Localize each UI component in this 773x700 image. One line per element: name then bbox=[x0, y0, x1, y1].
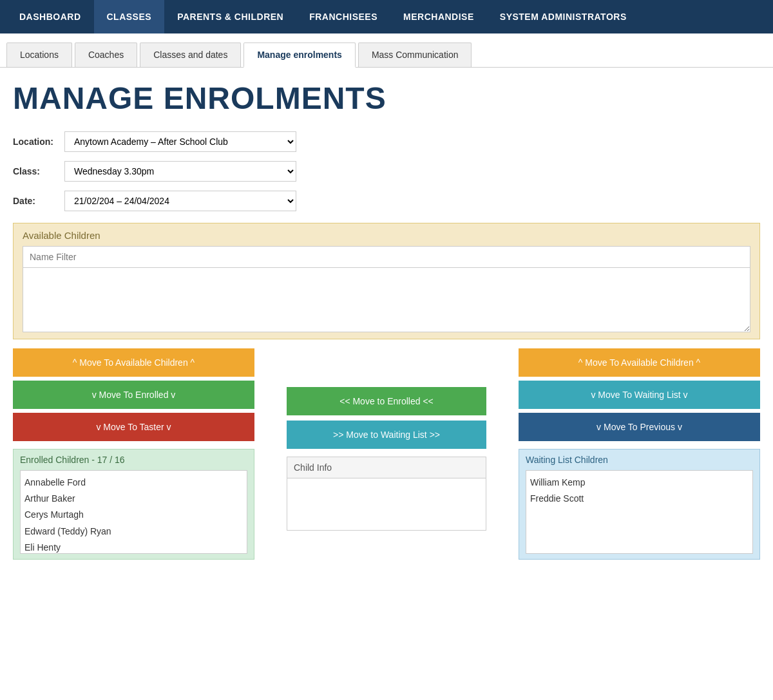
enrolled-list[interactable]: Annabelle Ford Arthur Baker Cerys Murtag… bbox=[20, 470, 247, 554]
tab-manage-enrolments[interactable]: Manage enrolments bbox=[243, 43, 355, 68]
enrolled-panel: Enrolled Children - 17 / 16 Annabelle Fo… bbox=[13, 449, 254, 560]
location-label: Location: bbox=[13, 137, 64, 147]
available-children-title: Available Children bbox=[23, 230, 750, 241]
waiting-panel: Waiting List Children William Kemp Fredd… bbox=[519, 449, 760, 560]
name-filter-input[interactable] bbox=[23, 246, 750, 268]
child-info-content bbox=[287, 478, 486, 530]
date-row: Date: 21/02/204 – 24/04/2024 bbox=[13, 191, 760, 211]
tab-classes-dates[interactable]: Classes and dates bbox=[140, 43, 241, 67]
available-children-panel: Available Children bbox=[13, 223, 760, 339]
date-select[interactable]: 21/02/204 – 24/04/2024 bbox=[64, 191, 296, 211]
tab-mass-communication[interactable]: Mass Communication bbox=[358, 43, 472, 67]
location-row: Location: Anytown Academy – After School… bbox=[13, 131, 760, 152]
enrolled-title: Enrolled Children - 17 / 16 bbox=[20, 455, 247, 465]
tab-coaches[interactable]: Coaches bbox=[75, 43, 137, 67]
list-item: William Kemp bbox=[530, 475, 749, 491]
nav-classes[interactable]: CLASSES bbox=[94, 0, 165, 33]
left-move-enrolled-button[interactable]: v Move To Enrolled v bbox=[13, 381, 254, 409]
nav-dashboard[interactable]: DASHBOARD bbox=[6, 0, 94, 33]
nav-system-administrators[interactable]: SYSTEM ADMINISTRATORS bbox=[487, 0, 640, 33]
list-item: Arthur Baker bbox=[24, 491, 243, 507]
child-info-label: Child Info bbox=[287, 457, 486, 478]
left-move-taster-button[interactable]: v Move To Taster v bbox=[13, 413, 254, 441]
right-move-waiting-button[interactable]: v Move To Waiting List v bbox=[519, 381, 760, 409]
class-label: Class: bbox=[13, 166, 64, 176]
right-move-previous-button[interactable]: v Move To Previous v bbox=[519, 413, 760, 441]
class-select[interactable]: Wednesday 3.30pm bbox=[64, 161, 296, 182]
waiting-title: Waiting List Children bbox=[526, 455, 753, 465]
page-title: MANAGE ENROLMENTS bbox=[13, 80, 760, 116]
right-column: ^ Move To Available Children ^ v Move To… bbox=[519, 348, 760, 560]
move-to-waiting-button[interactable]: >> Move to Waiting List >> bbox=[287, 421, 486, 449]
nav-merchandise[interactable]: MERCHANDISE bbox=[390, 0, 487, 33]
left-buttons: ^ Move To Available Children ^ v Move To… bbox=[13, 348, 254, 441]
left-move-available-button[interactable]: ^ Move To Available Children ^ bbox=[13, 348, 254, 377]
class-row: Class: Wednesday 3.30pm bbox=[13, 161, 760, 182]
right-move-available-button[interactable]: ^ Move To Available Children ^ bbox=[519, 348, 760, 377]
left-column: ^ Move To Available Children ^ v Move To… bbox=[13, 348, 254, 560]
sub-nav: Locations Coaches Classes and dates Mana… bbox=[0, 33, 773, 68]
list-item: Freddie Scott bbox=[530, 491, 749, 507]
child-info-box: Child Info bbox=[287, 457, 486, 531]
list-item: Annabelle Ford bbox=[24, 475, 243, 491]
list-item: Eli Henty bbox=[24, 540, 243, 554]
location-select[interactable]: Anytown Academy – After School Club bbox=[64, 131, 296, 152]
move-to-enrolled-button[interactable]: << Move to Enrolled << bbox=[287, 387, 486, 415]
tab-locations[interactable]: Locations bbox=[6, 43, 72, 67]
top-nav: DASHBOARD CLASSES PARENTS & CHILDREN FRA… bbox=[0, 0, 773, 33]
date-label: Date: bbox=[13, 196, 64, 206]
available-list-box[interactable] bbox=[23, 268, 750, 332]
waiting-list[interactable]: William Kemp Freddie Scott bbox=[526, 470, 753, 554]
list-item: Edward (Teddy) Ryan bbox=[24, 524, 243, 540]
nav-franchisees[interactable]: FRANCHISEES bbox=[296, 0, 390, 33]
main-area: ^ Move To Available Children ^ v Move To… bbox=[13, 348, 760, 560]
main-content: MANAGE ENROLMENTS Location: Anytown Acad… bbox=[0, 68, 773, 572]
nav-parents-children[interactable]: PARENTS & CHILDREN bbox=[164, 0, 296, 33]
center-column: << Move to Enrolled << >> Move to Waitin… bbox=[254, 348, 519, 531]
right-buttons: ^ Move To Available Children ^ v Move To… bbox=[519, 348, 760, 441]
list-item: Cerys Murtagh bbox=[24, 507, 243, 523]
